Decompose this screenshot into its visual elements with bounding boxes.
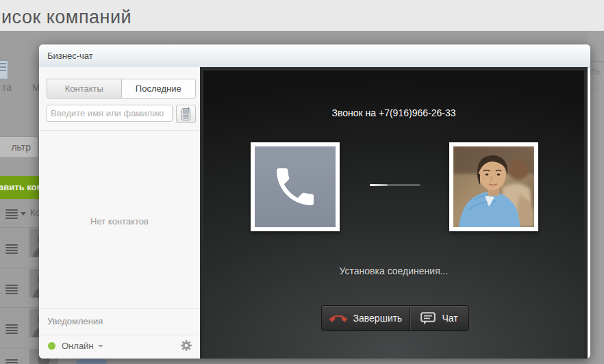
tab-recent[interactable]: Последние bbox=[122, 79, 196, 98]
search-input[interactable] bbox=[47, 105, 173, 122]
end-call-label: Завершить bbox=[353, 313, 403, 324]
empty-contacts-text: Нет контактов bbox=[39, 216, 200, 226]
background-row-text-fragment bbox=[77, 359, 107, 364]
divider bbox=[39, 130, 200, 131]
caret-down-icon bbox=[21, 212, 26, 216]
online-status-dot bbox=[48, 342, 55, 350]
mobile-phone-icon bbox=[181, 107, 190, 120]
table-row bbox=[0, 307, 39, 348]
dialog-body: Контакты Последние Нет контактов bbox=[39, 67, 590, 359]
table-row bbox=[0, 348, 39, 364]
table-row bbox=[0, 268, 39, 309]
chevron-down-icon[interactable] bbox=[98, 345, 103, 348]
row-menu-icon[interactable] bbox=[5, 323, 18, 333]
document-icon bbox=[0, 60, 8, 79]
nav-item-left: та bbox=[2, 82, 12, 93]
tab-contacts[interactable]: Контакты bbox=[47, 79, 122, 98]
gear-icon[interactable] bbox=[180, 339, 192, 352]
row-menu-icon[interactable] bbox=[5, 243, 18, 252]
call-panel: Звонок на +7(916)966-26-33 bbox=[200, 67, 588, 359]
business-chat-dialog: Бизнес-чат Контакты Последние bbox=[39, 44, 590, 359]
filter-button[interactable]: льтр bbox=[0, 136, 38, 158]
list-menu-icon[interactable] bbox=[5, 208, 18, 219]
callee-photo bbox=[453, 146, 534, 227]
table-row bbox=[0, 227, 39, 268]
chat-bubble-icon bbox=[420, 312, 436, 325]
row-menu-icon[interactable] bbox=[5, 283, 18, 293]
connection-progress-bar bbox=[370, 184, 420, 186]
callee-photo-tile bbox=[449, 142, 538, 231]
online-status-label[interactable]: Онлайн bbox=[62, 341, 94, 351]
call-stage: Звонок на +7(916)966-26-33 bbox=[203, 70, 584, 359]
chat-label: Чат bbox=[442, 313, 457, 324]
status-row: Онлайн bbox=[39, 335, 200, 359]
caller-phone-tile bbox=[251, 142, 340, 231]
row-menu-icon[interactable] bbox=[5, 358, 18, 364]
dialog-title: Бизнес-чат bbox=[47, 51, 93, 61]
tab-bar: Контакты Последние bbox=[47, 79, 196, 99]
notifications-item[interactable]: Уведомления bbox=[47, 316, 103, 326]
page-title: исок компаний bbox=[1, 7, 131, 28]
chat-button[interactable]: Чат bbox=[410, 306, 468, 330]
dial-phone-button[interactable] bbox=[176, 105, 196, 123]
divider bbox=[39, 308, 200, 309]
hangup-icon bbox=[329, 315, 347, 322]
call-title: Звонок на +7(916)966-26-33 bbox=[203, 107, 584, 118]
phone-handset-icon bbox=[270, 162, 320, 211]
dialog-titlebar[interactable]: Бизнес-чат bbox=[39, 44, 590, 68]
end-call-button[interactable]: Завершить bbox=[322, 306, 410, 330]
call-status-text: Установка соединения... bbox=[203, 265, 584, 276]
contacts-panel: Контакты Последние Нет контактов bbox=[39, 67, 200, 359]
call-actions: Завершить Чат bbox=[321, 305, 469, 331]
